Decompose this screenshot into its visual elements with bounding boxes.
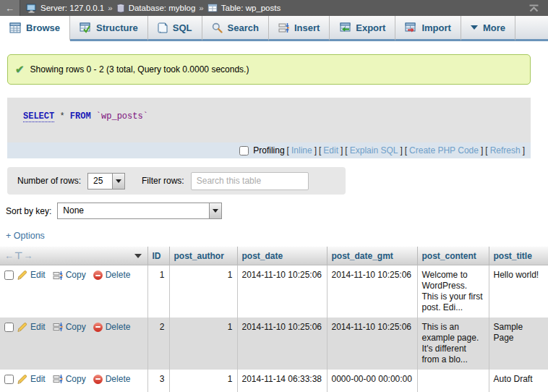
column-header-post-author[interactable]: post_author [169, 247, 237, 265]
sort-by-key-label: Sort by key: [6, 206, 51, 216]
column-header-post-date-gmt[interactable]: post_date_gmt [327, 247, 417, 265]
breadcrumb-bar: ← Server: 127.0.0.1 » Database: myblog »… [0, 0, 548, 16]
query-link-create-php-code[interactable]: Create PHP Code [409, 145, 479, 155]
tab-insert[interactable]: Insert [269, 16, 330, 41]
cell-post-author[interactable]: 1 [169, 265, 237, 318]
delete-row-link[interactable]: Delete [106, 322, 131, 333]
breadcrumb-separator: » [199, 4, 203, 12]
tab-label: SQL [173, 22, 192, 33]
sort-dropdown-icon[interactable] [134, 254, 142, 258]
delete-row-icon [93, 270, 103, 280]
cell-post-author[interactable]: 1 [169, 370, 237, 392]
tab-sql[interactable]: SQL [148, 16, 202, 41]
column-pin-icon[interactable]: ⊤ [14, 250, 23, 261]
cell-id[interactable]: 1 [147, 265, 169, 318]
copy-row-link[interactable]: Copy [66, 374, 86, 385]
edit-row-link[interactable]: Edit [30, 322, 46, 333]
breadcrumb-server[interactable]: Server: 127.0.0.1 [40, 4, 104, 12]
query-link-inline[interactable]: Inline [291, 145, 312, 155]
back-arrow-button[interactable]: ← [0, 0, 20, 16]
sql-query-section: SELECT * FROM `wp_posts` Profiling [ Inl… [7, 98, 531, 158]
row-actions-header: ←⊤→ [0, 247, 147, 265]
column-header-post-title[interactable]: post_title [489, 247, 548, 265]
copy-row-icon [53, 322, 63, 332]
breadcrumb-separator: » [108, 4, 112, 12]
cell-post-title[interactable]: Hello world! [489, 265, 548, 318]
delete-row-link[interactable]: Delete [106, 270, 131, 281]
number-of-rows-value: 25 [88, 174, 108, 189]
table-icon [207, 4, 218, 12]
database-icon [116, 4, 125, 13]
cell-post-title[interactable]: Sample Page [489, 318, 548, 370]
result-message: ✔ Showing rows 0 - 2 (3 total, Query too… [7, 54, 531, 85]
row-checkbox[interactable] [4, 323, 14, 332]
cell-post-date-gmt[interactable]: 2014-11-10 10:25:06 [327, 265, 417, 318]
sort-by-key-select[interactable]: None [57, 203, 222, 219]
table-row: Edit Copy Delete 2 1 2014-11-10 10:25:06… [0, 318, 548, 370]
results-header-row: ←⊤→ ID post_author post_date post_date_g… [0, 247, 548, 265]
edit-row-link[interactable]: Edit [30, 374, 46, 385]
move-columns-right-icon[interactable]: → [23, 250, 33, 261]
filter-rows-input[interactable] [191, 172, 309, 190]
tab-structure[interactable]: Structure [70, 16, 148, 41]
delete-row-icon [93, 323, 103, 332]
tab-browse[interactable]: Browse [0, 16, 70, 41]
tab-label: Import [421, 22, 450, 33]
cell-post-content[interactable]: This is an example page. It's different … [417, 318, 489, 370]
edit-pencil-icon [17, 270, 27, 281]
cell-post-title[interactable]: Auto Draft [489, 370, 548, 392]
move-columns-left-icon[interactable]: ← [4, 250, 14, 261]
select-arrow-icon [112, 174, 124, 189]
cell-post-date-gmt[interactable]: 0000-00-00 00:00:00 [327, 370, 417, 392]
bracket: ] [314, 145, 317, 155]
copy-row-link[interactable]: Copy [66, 270, 86, 281]
bracket: ] [481, 145, 483, 155]
tab-export[interactable]: Export [330, 16, 395, 41]
table-tabs: Browse Structure SQL Search Insert [0, 16, 548, 43]
cell-post-date-gmt[interactable]: 2014-11-10 10:25:06 [327, 318, 417, 370]
success-check-icon: ✔ [15, 63, 25, 76]
edit-row-link[interactable]: Edit [30, 270, 46, 281]
cell-post-content[interactable] [417, 370, 489, 392]
edit-pencil-icon [17, 322, 27, 333]
profiling-checkbox[interactable] [239, 146, 249, 155]
cell-id[interactable]: 3 [147, 370, 169, 392]
query-link-refresh[interactable]: Refresh [490, 145, 521, 155]
delete-row-link[interactable]: Delete [106, 374, 131, 385]
bracket: [ [345, 145, 347, 155]
row-actions: Edit Copy Delete [0, 265, 147, 318]
row-checkbox[interactable] [4, 270, 14, 280]
row-checkbox[interactable] [4, 375, 14, 384]
query-link-edit[interactable]: Edit [323, 145, 338, 155]
cell-post-content[interactable]: Welcome to WordPress. This is your first… [417, 265, 489, 318]
cell-post-date[interactable]: 2014-11-10 10:25:06 [237, 265, 327, 318]
delete-row-icon [93, 375, 103, 384]
select-arrow-icon [209, 203, 221, 218]
tab-search[interactable]: Search [202, 16, 269, 41]
cell-post-date[interactable]: 2014-11-10 10:25:06 [237, 318, 327, 370]
tab-more[interactable]: More [461, 16, 515, 41]
tabbar-filler [515, 16, 548, 41]
breadcrumb-table[interactable]: Table: wp_posts [221, 4, 281, 12]
column-header-post-content[interactable]: post_content [417, 247, 489, 265]
tab-label: Browse [26, 22, 60, 33]
tab-import[interactable]: Import [395, 16, 461, 41]
column-header-post-date[interactable]: post_date [237, 247, 327, 265]
edit-pencil-icon [17, 374, 27, 385]
number-of-rows-select[interactable]: 25 [87, 173, 125, 189]
cell-post-date[interactable]: 2014-11-14 06:33:38 [237, 370, 327, 392]
options-toggle-link[interactable]: + Options [6, 231, 45, 241]
sql-keyword-select[interactable]: SELECT [23, 111, 54, 122]
copy-row-link[interactable]: Copy [66, 322, 86, 333]
browse-table-icon [9, 22, 21, 33]
query-link-explain-sql[interactable]: Explain SQL [350, 145, 398, 155]
chevron-down-icon [471, 25, 478, 30]
bracket: [ [405, 145, 407, 155]
cell-id[interactable]: 2 [147, 318, 169, 370]
cell-post-author[interactable]: 1 [169, 318, 237, 370]
import-icon [405, 22, 416, 33]
collapse-top-icon[interactable] [528, 4, 539, 12]
column-header-id[interactable]: ID [147, 247, 169, 265]
bracket: [ [319, 145, 321, 155]
breadcrumb-database[interactable]: Database: myblog [129, 4, 196, 12]
